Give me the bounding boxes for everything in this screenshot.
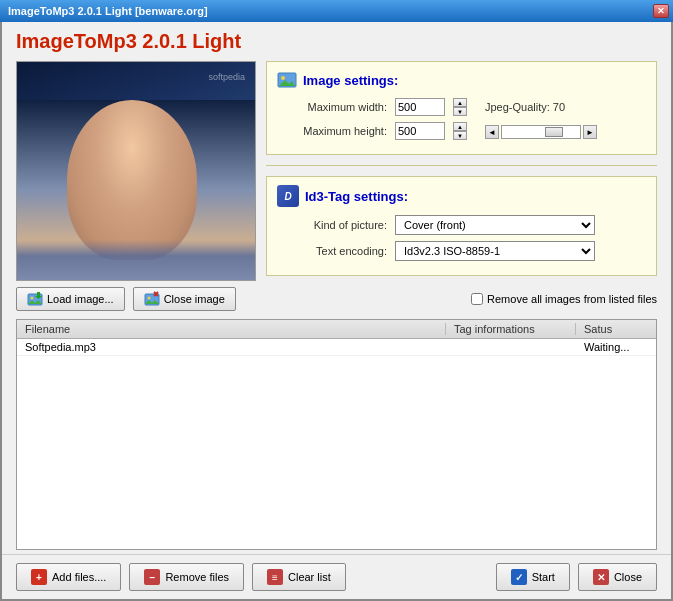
max-width-label: Maximum width: [277,101,387,113]
id3-settings-title: Id3-Tag settings: [305,189,408,204]
clear-list-button[interactable]: ≡ Clear list [252,563,346,591]
load-image-icon [27,291,43,307]
text-encoding-label: Text encoding: [277,245,387,257]
close-btn-icon: ✕ [593,569,609,585]
slider-left-arrow[interactable]: ◄ [485,125,499,139]
remove-files-label: Remove files [165,571,229,583]
max-height-label: Maximum height: [277,125,387,137]
max-width-spin-up[interactable]: ▲ [453,98,467,107]
close-image-button[interactable]: Close image [133,287,236,311]
jpeg-slider-container: ◄ ► [485,125,597,139]
load-image-label: Load image... [47,293,114,305]
max-width-spin-down[interactable]: ▼ [453,107,467,116]
jpeg-slider-track[interactable] [501,125,581,139]
image-settings-box: Image settings: Maximum width: ▲ ▼ Jpeg-… [266,61,657,155]
id3-icon: D [277,185,299,207]
kind-picture-select[interactable]: Cover (front) Cover (back) Other [395,215,595,235]
id3-settings-header: D Id3-Tag settings: [277,185,646,207]
bottom-buttons: + Add files.... − Remove files ≡ Clear l… [2,554,671,599]
img-water [17,240,255,280]
kind-picture-wrapper: Cover (front) Cover (back) Other [395,215,595,235]
slider-right-arrow[interactable]: ► [583,125,597,139]
close-image-label: Close image [164,293,225,305]
start-label: Start [532,571,555,583]
settings-panel: Image settings: Maximum width: ▲ ▼ Jpeg-… [266,61,657,281]
max-height-spinner: ▲ ▼ [453,122,467,140]
file-list-body: Softpedia.mp3 Waiting... [17,339,656,489]
max-width-spinner: ▲ ▼ [453,98,467,116]
jpeg-slider-thumb[interactable] [545,127,563,137]
svg-point-8 [147,297,150,300]
max-height-row: Maximum height: ▲ ▼ ◄ ► [277,122,646,140]
close-window-button[interactable]: ✕ [653,4,669,18]
app-title: ImageToMp3 2.0.1 Light [2,22,671,61]
id3-settings-box: D Id3-Tag settings: Kind of picture: Cov… [266,176,657,276]
cell-taginfo [446,341,576,353]
load-image-button[interactable]: Load image... [16,287,125,311]
jpeg-quality-label: Jpeg-Quality: 70 [485,101,565,113]
cell-filename: Softpedia.mp3 [17,341,446,353]
clear-list-label: Clear list [288,571,331,583]
col-filename-header: Filename [17,323,446,335]
main-window: ImageToMp3 2.0.1 Light softpedia [0,22,673,601]
image-settings-header: Image settings: [277,70,646,90]
clear-list-icon: ≡ [267,569,283,585]
kind-picture-label: Kind of picture: [277,219,387,231]
svg-point-1 [281,76,285,80]
col-taginfo-header: Tag informations [446,323,576,335]
start-button[interactable]: ✓ Start [496,563,570,591]
button-spacer [354,563,488,591]
max-height-spin-down[interactable]: ▼ [453,131,467,140]
image-settings-icon [277,70,297,90]
max-width-row: Maximum width: ▲ ▼ Jpeg-Quality: 70 [277,98,646,116]
top-section: softpedia Image settings: [2,61,671,281]
file-list-container: Filename Tag informations Satus Softpedi… [16,319,657,550]
image-preview-inner: softpedia [17,62,255,280]
svg-point-4 [31,297,34,300]
add-files-button[interactable]: + Add files.... [16,563,121,591]
image-action-row: Load image... Close image Remove all ima… [2,281,671,315]
titlebar-buttons: ✕ [653,4,669,18]
col-status-header: Satus [576,323,656,335]
remove-all-checkbox[interactable] [471,293,483,305]
table-row[interactable]: Softpedia.mp3 Waiting... [17,339,656,356]
remove-files-button[interactable]: − Remove files [129,563,244,591]
start-icon: ✓ [511,569,527,585]
max-height-input[interactable] [395,122,445,140]
add-files-icon: + [31,569,47,585]
image-preview: softpedia [16,61,256,281]
remove-all-label: Remove all images from listed files [471,293,657,305]
text-encoding-row: Text encoding: Id3v2.3 ISO-8859-1 Id3v2.… [277,241,646,261]
image-icon [277,70,297,90]
close-label: Close [614,571,642,583]
remove-files-icon: − [144,569,160,585]
file-list-header: Filename Tag informations Satus [17,320,656,339]
kind-picture-row: Kind of picture: Cover (front) Cover (ba… [277,215,646,235]
close-button[interactable]: ✕ Close [578,563,657,591]
img-figure [67,100,197,260]
image-settings-title: Image settings: [303,73,398,88]
max-height-spin-up[interactable]: ▲ [453,122,467,131]
text-encoding-wrapper: Id3v2.3 ISO-8859-1 Id3v2.3 UTF-16 Id3v2.… [395,241,595,261]
img-watermark: softpedia [208,72,245,82]
titlebar: ImageToMp3 2.0.1 Light [benware.org] ✕ [0,0,673,22]
text-encoding-select[interactable]: Id3v2.3 ISO-8859-1 Id3v2.3 UTF-16 Id3v2.… [395,241,595,261]
max-width-input[interactable] [395,98,445,116]
settings-divider [266,165,657,166]
remove-all-text: Remove all images from listed files [487,293,657,305]
titlebar-title: ImageToMp3 2.0.1 Light [benware.org] [8,5,208,17]
close-image-icon [144,291,160,307]
add-files-label: Add files.... [52,571,106,583]
cell-status: Waiting... [576,341,656,353]
